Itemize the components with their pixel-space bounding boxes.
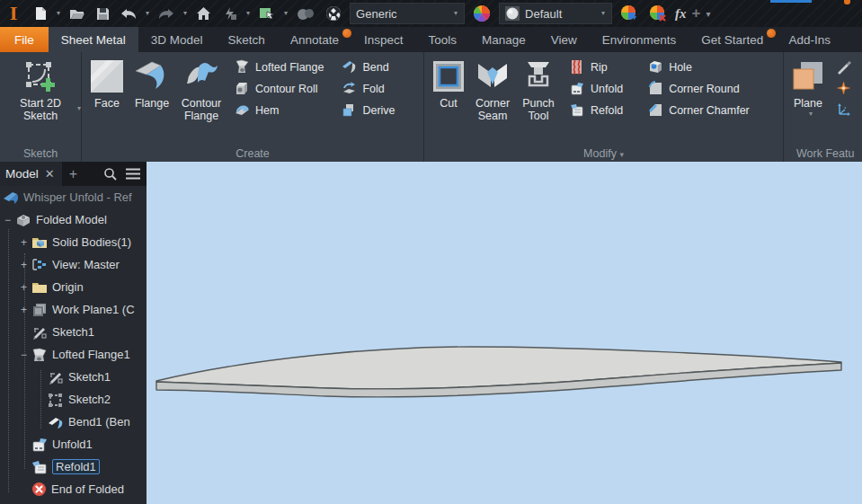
quick-change-caret-icon[interactable]: ▾ xyxy=(245,10,251,17)
appearance-icon[interactable] xyxy=(323,3,344,24)
panel-label-modify[interactable]: Modify ▾ xyxy=(424,147,783,160)
redo-caret-icon[interactable]: ▾ xyxy=(182,10,188,17)
tree-item-sketch1[interactable]: Sketch1 xyxy=(0,321,147,343)
tab-annotate[interactable]: Annotate xyxy=(278,27,351,52)
contour-roll-button[interactable]: Contour Roll xyxy=(235,81,324,96)
material-combobox[interactable]: Generic ▾ xyxy=(350,3,465,24)
contour-flange-icon xyxy=(183,57,219,95)
save-icon[interactable] xyxy=(93,3,112,24)
tab-get-started[interactable]: Get Started xyxy=(689,27,776,52)
lofted-flange-icon xyxy=(235,59,250,75)
axis-button[interactable] xyxy=(836,59,851,75)
corner-seam-button[interactable]: Corner Seam xyxy=(469,56,516,124)
select-caret-icon[interactable]: ▾ xyxy=(283,10,289,17)
new-document-icon[interactable] xyxy=(31,3,50,24)
browser-menu-icon[interactable] xyxy=(121,168,147,180)
open-icon[interactable] xyxy=(67,3,88,24)
tree-item-document[interactable]: Whisper Unfold - Ref xyxy=(0,186,147,208)
close-icon[interactable]: ✕ xyxy=(45,167,55,181)
expand-expander-icon[interactable] xyxy=(19,236,29,249)
tab-3d-model[interactable]: 3D Model xyxy=(138,27,216,52)
collapse-expander-icon[interactable] xyxy=(19,349,29,361)
select-icon[interactable] xyxy=(256,3,278,24)
point-button[interactable] xyxy=(836,81,851,96)
tab-sheet-metal[interactable]: Sheet Metal xyxy=(49,27,138,52)
bend-button[interactable]: Bend xyxy=(342,59,395,75)
corner-chamfer-button[interactable]: Corner Chamfer xyxy=(648,102,750,118)
panel-modify: Cut Corner Seam xyxy=(424,52,784,162)
appearance-combobox[interactable]: Default ▾ xyxy=(499,3,612,24)
ribbon-tab-bar: File Sheet Metal 3D Model Sketch Annotat… xyxy=(0,27,862,52)
home-view-icon[interactable] xyxy=(193,3,214,24)
tree-item-end-of-folded[interactable]: End of Folded xyxy=(0,478,147,500)
ucs-button[interactable] xyxy=(836,102,851,118)
add-qat-icon[interactable]: + xyxy=(692,4,701,22)
view-representation-icon xyxy=(31,258,48,271)
face-button[interactable]: Face xyxy=(85,56,129,111)
corner-round-button[interactable]: Corner Round xyxy=(648,81,750,96)
tree-item-origin[interactable]: Origin xyxy=(0,276,147,298)
refold-icon xyxy=(570,102,585,118)
end-of-folded-icon xyxy=(31,482,47,497)
undo-caret-icon[interactable]: ▾ xyxy=(145,10,150,17)
browser-header: Model ✕ + xyxy=(0,162,147,186)
expand-expander-icon[interactable] xyxy=(19,259,29,271)
tab-view[interactable]: View xyxy=(538,27,590,52)
flange-icon xyxy=(134,57,170,95)
tree-item-sketch2[interactable]: Sketch2 xyxy=(0,388,147,411)
rip-button[interactable]: Rip xyxy=(570,59,623,75)
tree-item-lofted-sketch1[interactable]: Sketch1 xyxy=(0,366,147,388)
cut-button[interactable]: Cut xyxy=(428,56,469,111)
lofted-flange-button[interactable]: Lofted Flange xyxy=(235,59,324,75)
redo-icon[interactable] xyxy=(156,3,177,24)
folded-model-icon xyxy=(15,213,31,227)
derive-button[interactable]: Derive xyxy=(342,102,395,118)
tree-item-refold1-selected[interactable]: Refold1 xyxy=(0,455,147,478)
ribbon: Start 2D Sketch ▾ Sketch Face xyxy=(0,52,862,162)
unfold-feature-icon xyxy=(31,437,48,452)
quick-change-icon[interactable] xyxy=(219,3,240,24)
customize-qat-icon[interactable]: ▾ xyxy=(706,9,709,19)
graphics-viewport[interactable] xyxy=(147,162,862,504)
fold-button[interactable]: Fold xyxy=(342,81,395,96)
tree-item-folded-model[interactable]: Folded Model xyxy=(0,208,147,231)
expand-expander-icon[interactable] xyxy=(19,304,29,316)
tab-file[interactable]: File xyxy=(0,27,49,52)
punch-tool-button[interactable]: Punch Tool xyxy=(516,56,561,124)
tab-environments[interactable]: Environments xyxy=(590,27,689,52)
hem-button[interactable]: Hem xyxy=(235,102,324,118)
tree-item-unfold1[interactable]: Unfold1 xyxy=(0,433,147,455)
unfold-button[interactable]: Unfold xyxy=(570,81,623,96)
inventor-logo-icon[interactable]: I xyxy=(2,2,25,25)
tree-item-work-plane1[interactable]: Work Plane1 (C xyxy=(0,298,147,321)
refold-button[interactable]: Refold xyxy=(570,102,623,118)
add-browser-tab-icon[interactable]: + xyxy=(62,166,84,182)
search-icon[interactable] xyxy=(99,167,121,181)
tab-sketch[interactable]: Sketch xyxy=(216,27,278,52)
browser-tab-label: Model xyxy=(5,167,39,181)
clear-appearance-icon[interactable] xyxy=(646,3,670,24)
browser-tab-model[interactable]: Model ✕ xyxy=(0,162,62,186)
hole-button[interactable]: Hole xyxy=(648,59,750,75)
tree-item-solid-bodies[interactable]: Solid Bodies(1) xyxy=(0,231,147,253)
adjust-appearance-icon[interactable] xyxy=(618,3,641,24)
tree-item-view-master[interactable]: View: Master xyxy=(0,253,147,276)
tab-inspect[interactable]: Inspect xyxy=(351,27,416,52)
plane-button[interactable]: Plane ▾ xyxy=(787,56,829,111)
collapse-expander-icon[interactable] xyxy=(3,214,13,226)
parameters-fx-icon[interactable]: fx xyxy=(675,6,687,22)
tree-item-bend1[interactable]: Bend1 (Ben xyxy=(0,411,147,433)
tab-add-ins[interactable]: Add-Ins xyxy=(776,27,843,52)
undo-icon[interactable] xyxy=(118,3,139,24)
sketch-icon xyxy=(31,325,48,340)
start-2d-sketch-button[interactable]: Start 2D Sketch ▾ xyxy=(5,56,76,124)
flange-button[interactable]: Flange xyxy=(129,56,175,111)
tree-item-lofted-flange1[interactable]: Lofted Flange1 xyxy=(0,343,147,366)
material-icon[interactable] xyxy=(294,3,317,24)
color-wheel-icon[interactable] xyxy=(470,3,493,24)
new-caret-icon[interactable]: ▾ xyxy=(56,10,61,17)
contour-flange-button[interactable]: Contour Flange xyxy=(175,56,227,124)
expand-expander-icon[interactable] xyxy=(19,281,29,294)
tab-manage[interactable]: Manage xyxy=(469,27,538,52)
tab-tools[interactable]: Tools xyxy=(415,27,469,52)
